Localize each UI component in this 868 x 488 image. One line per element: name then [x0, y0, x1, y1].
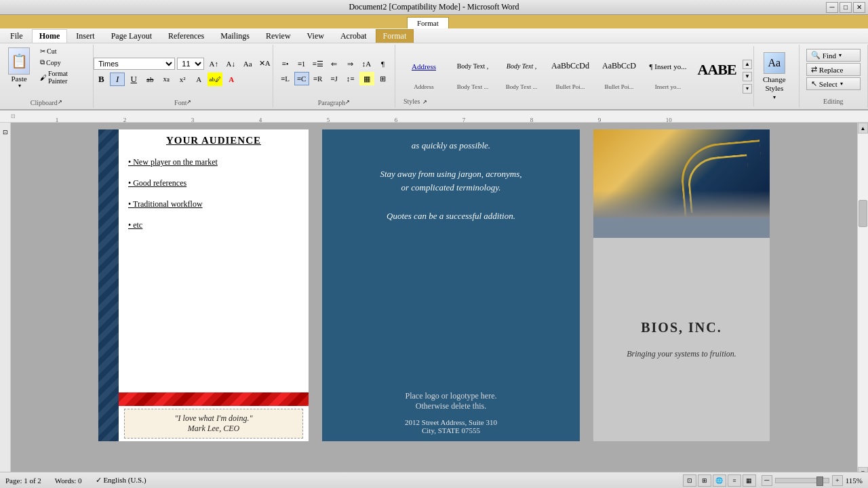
quote-text: "I love what I'm doing." [132, 413, 296, 424]
tab-review[interactable]: Review [258, 29, 298, 43]
paste-label: Paste [11, 75, 26, 83]
draft-view-button[interactable]: ▦ [743, 474, 756, 487]
font-family-select[interactable]: Times [94, 58, 175, 70]
copy-button[interactable]: ⧉ Copy [37, 57, 89, 68]
replace-button[interactable]: ⇄ Replace [806, 63, 861, 76]
style-bullet-poi-2-preview: AaBbCcD [599, 49, 639, 83]
style-body-text-1[interactable]: Body Text , Body Text ... [448, 47, 497, 92]
tab-insert[interactable]: Insert [68, 29, 102, 43]
view-buttons: ⊡ ⊞ 🌐 ≡ ▦ [683, 474, 756, 487]
style-insert[interactable]: ¶ Insert yo... Insert yo... [644, 47, 692, 92]
text-effects-button[interactable]: A [191, 73, 206, 86]
tab-file[interactable]: File [3, 29, 31, 43]
align-center-button[interactable]: ≡C [294, 72, 309, 85]
sort-button[interactable]: ↕A [359, 57, 374, 70]
italic-button[interactable]: I [110, 73, 125, 86]
status-bar: Page: 1 of 2 Words: 0 ✓ English (U.S.) ⊡… [0, 472, 868, 488]
style-bullet-poi-1[interactable]: AaBbCcDd Bullet Poi... [546, 47, 595, 92]
maximize-button[interactable]: □ [840, 2, 852, 13]
change-styles-button[interactable]: Aa Change Styles ▾ [758, 49, 791, 103]
style-address[interactable]: Address Address [399, 47, 448, 92]
style-body-text-1-preview: Body Text , [453, 49, 492, 83]
shading-button[interactable]: ▦ [359, 72, 374, 85]
tab-home[interactable]: Home [32, 29, 68, 43]
underline-button[interactable]: U [126, 73, 141, 86]
align-right-button[interactable]: ≡R [311, 72, 326, 85]
tab-page-layout[interactable]: Page Layout [104, 29, 159, 43]
full-screen-button[interactable]: ⊞ [698, 474, 711, 487]
shrink-font-button[interactable]: A↓ [223, 57, 238, 70]
print-layout-button[interactable]: ⊡ [683, 474, 696, 487]
paste-button[interactable]: 📋 Paste ▾ [4, 46, 34, 96]
bullet-item-2: • Good references [128, 178, 299, 188]
zoom-slider-thumb [816, 476, 823, 486]
change-styles-label: Change Styles [762, 75, 787, 93]
paragraph-expand[interactable]: ↗ [345, 99, 350, 105]
style-bullet-poi-1-preview: AaBbCcDd [551, 49, 590, 83]
numbering-button[interactable]: ≡1 [294, 57, 309, 70]
ribbon-tabs: File Home Insert Page Layout References … [0, 28, 868, 43]
mid-address-line2: City, STATE 07555 [405, 426, 497, 434]
right-gray-section [593, 218, 770, 238]
bold-button[interactable]: B [94, 73, 108, 86]
style-body-text-2-preview: Body Text , [502, 49, 541, 83]
justify-button[interactable]: ≡J [327, 72, 342, 85]
superscript-button[interactable]: x² [175, 73, 190, 86]
clear-formatting-button[interactable]: ✕A [257, 57, 272, 70]
show-hide-button[interactable]: ¶ [376, 57, 391, 70]
format-painter-button[interactable]: 🖌 Format Painter [37, 68, 89, 86]
mid-logo-area: Place logo or logotype here. Otherwise d… [406, 391, 497, 411]
font-expand[interactable]: ↗ [186, 99, 191, 105]
bullets-button[interactable]: ≡• [278, 57, 293, 70]
increase-indent-button[interactable]: ⇒ [343, 57, 358, 70]
ribbon: 📋 Paste ▾ ✂ Cut ⧉ Copy 🖌 Format Painter [0, 43, 868, 110]
align-left-button[interactable]: ≡L [278, 72, 293, 85]
zoom-in-button[interactable]: + [832, 475, 843, 486]
styles-dropdown[interactable]: ▾ [743, 84, 752, 94]
tab-references[interactable]: References [161, 29, 212, 43]
web-layout-button[interactable]: 🌐 [713, 474, 726, 487]
change-case-button[interactable]: Aa [240, 57, 255, 70]
minimize-button[interactable]: ─ [826, 2, 838, 13]
zoom-slider[interactable] [775, 478, 829, 483]
multilevel-list-button[interactable]: ≡☰ [311, 57, 326, 70]
find-button[interactable]: 🔍 Find ▾ [806, 49, 861, 62]
scroll-up-button[interactable]: ▲ [858, 123, 868, 134]
scroll-track[interactable] [858, 134, 868, 467]
context-tab-format[interactable]: Format [407, 17, 449, 28]
font-size-select[interactable]: 11 [177, 58, 204, 70]
zoom-out-button[interactable]: ─ [762, 475, 772, 486]
mid-line-3: or complicated terminology. [380, 181, 521, 195]
styles-expand[interactable]: ↗ [422, 99, 427, 105]
tab-mailings[interactable]: Mailings [213, 29, 257, 43]
style-body-text-2[interactable]: Body Text , Body Text ... [497, 47, 546, 92]
mid-text-content: as quickly as possible. Stay away from u… [380, 139, 521, 224]
title-text: Document2 [Compatibility Mode] - Microso… [349, 2, 519, 12]
left-page-title: YOUR AUDIENCE [125, 135, 302, 146]
right-photo [593, 129, 770, 218]
outline-view-button[interactable]: ≡ [728, 474, 741, 487]
tab-acrobat[interactable]: Acrobat [333, 29, 374, 43]
clipboard-expand[interactable]: ↗ [58, 99, 62, 105]
vertical-scrollbar[interactable]: ▲ ▼ [857, 123, 868, 478]
styles-scroll-down[interactable]: ▼ [743, 72, 752, 81]
scroll-thumb[interactable] [859, 200, 867, 227]
tab-view[interactable]: View [300, 29, 332, 43]
cut-button[interactable]: ✂ Cut [37, 46, 89, 56]
tab-format[interactable]: Format [376, 29, 414, 43]
close-button[interactable]: ✕ [853, 2, 865, 13]
subscript-button[interactable]: x₂ [159, 73, 174, 86]
grow-font-button[interactable]: A↑ [206, 57, 221, 70]
styles-label: Styles [403, 96, 420, 105]
style-large[interactable]: AABE [692, 51, 741, 89]
decrease-indent-button[interactable]: ⇐ [327, 57, 342, 70]
select-button[interactable]: ↖ Select ▾ [806, 77, 861, 90]
line-spacing-button[interactable]: ↕≡ [343, 72, 358, 85]
style-bullet-poi-2[interactable]: AaBbCcD Bullet Poi... [595, 47, 644, 92]
strikethrough-button[interactable]: ab [142, 73, 157, 86]
borders-button[interactable]: ⊞ [376, 72, 391, 85]
clipboard-label: Clipboard [31, 98, 58, 106]
styles-scroll-up[interactable]: ▲ [743, 60, 752, 69]
font-color-button[interactable]: A [224, 73, 239, 86]
highlight-button[interactable]: ab🖊 [208, 73, 222, 86]
